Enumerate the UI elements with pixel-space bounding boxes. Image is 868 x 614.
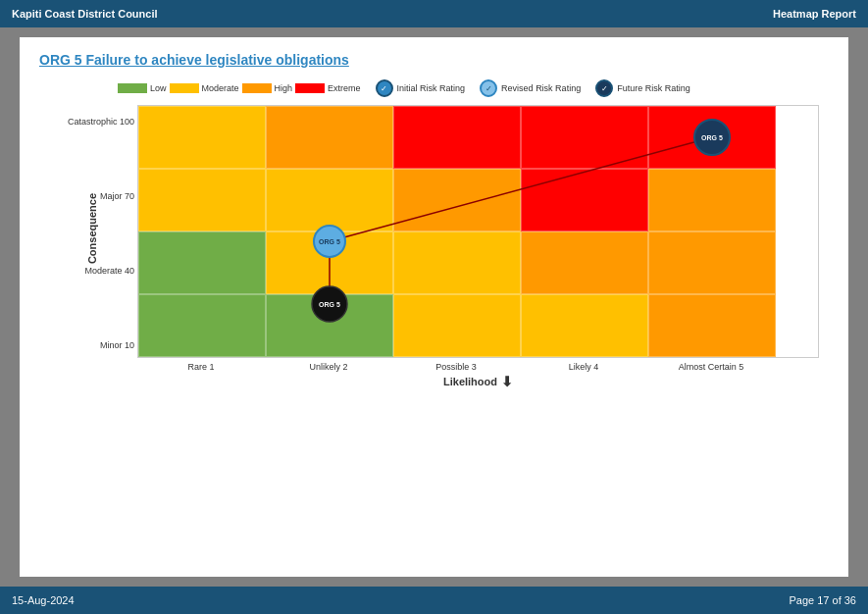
- cell-2-2: [266, 169, 393, 231]
- legend-initial-label: Initial Risk Rating: [397, 83, 466, 93]
- cell-4-1: [138, 294, 266, 357]
- cell-4-2: [266, 294, 393, 357]
- footer-page: Page 17 of 36: [789, 594, 856, 606]
- heatmap-grid: ORG 5 ORG 5 ORG 5: [137, 105, 819, 358]
- cell-3-5: [648, 231, 776, 294]
- x-axis-title: Likelihood ⬇: [137, 374, 819, 389]
- legend-extreme-color: [295, 83, 325, 93]
- legend-revised: ✓ Revised Risk Rating: [480, 79, 581, 97]
- cell-3-2: [266, 231, 393, 294]
- x-axis-arrow: ⬇: [501, 374, 513, 389]
- footer-date: 15-Aug-2024: [12, 594, 75, 606]
- legend-bar: Low Moderate High Extreme: [118, 83, 361, 93]
- x-label-almost-certain: Almost Certain 5: [647, 362, 775, 372]
- cell-1-3: [393, 106, 521, 169]
- cell-2-4: [521, 169, 648, 231]
- heatmap-row-3: [138, 231, 818, 294]
- cell-4-5: [648, 294, 776, 357]
- cell-2-1: [138, 169, 266, 231]
- page-title: ORG 5 Failure to achieve legislative obl…: [39, 52, 829, 68]
- legend-future-label: Future Risk Rating: [617, 83, 690, 93]
- cell-1-2: [266, 106, 393, 169]
- header-report-title: Heatmap Report: [773, 8, 856, 20]
- heatmap-row-4: [138, 294, 818, 357]
- x-label-possible: Possible 3: [392, 362, 520, 372]
- legend-future-icon: ✓: [595, 79, 613, 97]
- y-label-catastrophic: Catastrophic 100: [51, 117, 134, 127]
- x-label-unlikely: Unlikely 2: [265, 362, 392, 372]
- legend-initial: ✓ Initial Risk Rating: [376, 79, 466, 97]
- legend-moderate-label: Moderate: [202, 83, 239, 93]
- cell-3-1: [138, 231, 266, 294]
- legend-revised-label: Revised Risk Rating: [501, 83, 581, 93]
- cell-4-4: [521, 294, 648, 357]
- x-axis-title-text: Likelihood: [443, 376, 497, 387]
- cell-2-3: [393, 169, 521, 231]
- legend-low-color: [118, 83, 147, 93]
- heatmap-row-1: [138, 106, 818, 169]
- legend: Low Moderate High Extreme ✓ Initial Risk…: [118, 79, 829, 97]
- legend-initial-check: ✓: [381, 84, 387, 93]
- cell-2-5: [648, 169, 776, 231]
- legend-moderate-color: [170, 83, 199, 93]
- y-axis-labels: Catastrophic 100 Major 70 Moderate 40 Mi…: [51, 105, 134, 362]
- legend-high-color: [242, 83, 272, 93]
- cell-4-3: [393, 294, 521, 357]
- x-axis-labels: Rare 1 Unlikely 2 Possible 3 Likely 4 Al…: [137, 362, 819, 372]
- cell-1-4: [521, 106, 648, 169]
- legend-revised-icon: ✓: [480, 79, 497, 97]
- x-label-likely: Likely 4: [520, 362, 647, 372]
- cell-3-3: [393, 231, 521, 294]
- y-label-major: Major 70: [51, 191, 134, 201]
- y-label-moderate: Moderate 40: [51, 266, 134, 276]
- legend-future: ✓ Future Risk Rating: [595, 79, 690, 97]
- footer: 15-Aug-2024 Page 17 of 36: [0, 587, 868, 614]
- legend-extreme-label: Extreme: [328, 83, 361, 93]
- cell-3-4: [521, 231, 648, 294]
- cell-1-1: [138, 106, 266, 169]
- legend-high-label: High: [275, 83, 293, 93]
- x-label-rare: Rare 1: [137, 362, 265, 372]
- chart-wrapper: Consequence Catastrophic 100 Major 70 Mo…: [49, 105, 829, 389]
- cell-1-5: [648, 106, 776, 169]
- legend-initial-icon: ✓: [376, 79, 393, 97]
- legend-low-label: Low: [150, 83, 167, 93]
- chart-container: Catastrophic 100 Major 70 Moderate 40 Mi…: [137, 105, 819, 389]
- legend-revised-check: ✓: [485, 84, 492, 93]
- page-area: ORG 5 Failure to achieve legislative obl…: [20, 37, 848, 577]
- y-label-minor: Minor 10: [51, 340, 134, 350]
- legend-future-check: ✓: [601, 84, 608, 93]
- header-org-name: Kapiti Coast District Council: [12, 8, 158, 20]
- header: Kapiti Coast District Council Heatmap Re…: [0, 0, 868, 27]
- heatmap-row-2: [138, 169, 818, 231]
- main-content: ORG 5 Failure to achieve legislative obl…: [0, 27, 868, 587]
